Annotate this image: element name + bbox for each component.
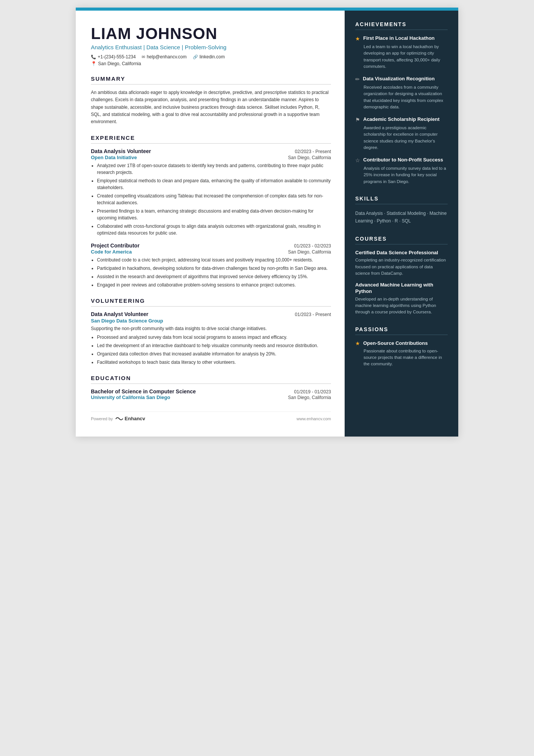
contact-row: 📞 +1-(234)-555-1234 ✉ help@enhancv.com 🔗…	[91, 54, 331, 59]
volunteer-item-1: Data Analyst Volunteer 01/2023 - Present…	[91, 311, 331, 366]
edu-school-1: University of California San Diego	[91, 394, 170, 400]
passions-title: PASSIONS	[355, 326, 448, 335]
location-pin-icon: 📍	[91, 61, 97, 66]
linkedin-contact: 🔗 linkedin.com	[193, 54, 225, 59]
summary-text: An ambitious data aficionado eager to ap…	[91, 89, 331, 125]
course-title-2: Advanced Machine Learning with Python	[355, 282, 448, 295]
education-section: EDUCATION Bachelor of Science in Compute…	[91, 375, 331, 400]
volunteer-desc-1: Supporting the non-profit community with…	[91, 325, 331, 332]
volunteering-section: VOLUNTEERING Data Analyst Volunteer 01/2…	[91, 297, 331, 366]
left-column: LIAM JOHNSON Analytics Enthusiast | Data…	[76, 8, 345, 437]
location-row: 📍 San Diego, California	[91, 61, 331, 66]
edu-location-1: San Diego, California	[288, 395, 331, 400]
footer-left: Powered by Enhancv	[91, 416, 145, 421]
email-value: help@enhancv.com	[147, 54, 186, 59]
exp-header-1: Data Analysis Volunteer 02/2023 - Presen…	[91, 148, 331, 154]
location-value: San Diego, California	[98, 61, 141, 66]
skills-text: Data Analysis · Statistical Modeling · M…	[355, 210, 448, 225]
passion-item-1: ★ Open-Source Contributions Passionate a…	[355, 340, 448, 368]
resume-footer: Powered by Enhancv www.enhancv.com	[91, 412, 331, 421]
achievement-header-2: ✏ Data Visualization Recognition	[355, 76, 448, 83]
email-contact: ✉ help@enhancv.com	[142, 54, 186, 59]
volunteer-role-1: Data Analyst Volunteer	[91, 311, 148, 317]
course-item-1: Certified Data Science Professional Comp…	[355, 250, 448, 277]
skills-section: SKILLS Data Analysis · Statistical Model…	[355, 196, 448, 225]
email-icon: ✉	[142, 55, 145, 59]
edu-location-row-1: University of California San Diego San D…	[91, 394, 331, 400]
phone-icon: 📞	[91, 55, 96, 59]
powered-by-label: Powered by	[91, 416, 113, 421]
achievement-desc-2: Received accolades from a community orga…	[364, 84, 448, 110]
achievement-icon-3: ⚑	[355, 117, 360, 123]
bullet-item: Led the development of an interactive da…	[97, 342, 331, 349]
edu-degree-1: Bachelor of Science in Computer Science	[91, 388, 196, 394]
course-title-1: Certified Data Science Professional	[355, 250, 448, 256]
exp-location-1: San Diego, California	[288, 155, 331, 160]
achievement-icon-2: ✏	[355, 76, 360, 83]
linkedin-value: linkedin.com	[200, 54, 225, 59]
bullet-item: Facilitated workshops to teach basic dat…	[97, 359, 331, 366]
achievements-title: ACHIEVEMENTS	[355, 21, 448, 30]
skills-title: SKILLS	[355, 196, 448, 204]
volunteer-header-1: Data Analyst Volunteer 01/2023 - Present	[91, 311, 331, 317]
education-item-1: Bachelor of Science in Computer Science …	[91, 388, 331, 400]
resume-container: LIAM JOHNSON Analytics Enthusiast | Data…	[76, 8, 458, 437]
experience-section: EXPERIENCE Data Analysis Volunteer 02/20…	[91, 135, 331, 288]
achievement-header-3: ⚑ Academic Scholarship Recipient	[355, 116, 448, 123]
right-accent-bar	[345, 8, 458, 11]
right-column: ACHIEVEMENTS ★ First Place in Local Hack…	[345, 8, 458, 437]
bullet-item: Engaged in peer reviews and collaborativ…	[97, 282, 331, 288]
brand-logo: Enhancv	[115, 416, 145, 421]
exp-location-row-2: Code for America San Diego, California	[91, 249, 331, 255]
achievement-icon-4: ☆	[355, 157, 360, 164]
exp-header-2: Project Contributor 01/2023 - 02/2023	[91, 243, 331, 249]
header-section: LIAM JOHNSON Analytics Enthusiast | Data…	[91, 25, 331, 66]
bullet-item: Organized data collection drives that in…	[97, 351, 331, 357]
volunteering-title: VOLUNTEERING	[91, 297, 331, 307]
bullet-item: Presented findings to a team, enhancing …	[97, 208, 331, 221]
volunteer-date-1: 01/2023 - Present	[295, 312, 331, 317]
course-desc-2: Developed an in-depth understanding of m…	[355, 296, 448, 316]
volunteer-org-1: San Diego Data Science Group	[91, 318, 163, 324]
achievement-desc-1: Led a team to win a local hackathon by d…	[364, 44, 448, 70]
linkedin-icon: 🔗	[193, 55, 198, 59]
exp-title-1: Data Analysis Volunteer	[91, 148, 151, 154]
bullet-item: Participated in hackathons, developing s…	[97, 265, 331, 272]
bullet-item: Employed statistical methods to clean an…	[97, 177, 331, 191]
exp-date-2: 01/2023 - 02/2023	[294, 243, 331, 249]
achievement-item-4: ☆ Contributor to Non-Profit Success Anal…	[355, 157, 448, 185]
top-accent-bar	[76, 8, 345, 11]
achievement-item-3: ⚑ Academic Scholarship Recipient Awarded…	[355, 116, 448, 151]
summary-section: SUMMARY An ambitious data aficionado eag…	[91, 75, 331, 125]
volunteer-bullets-1: Processed and analyzed survey data from …	[91, 334, 331, 366]
achievement-title-4: Contributor to Non-Profit Success	[363, 157, 443, 163]
passion-title-1: Open-Source Contributions	[363, 340, 428, 346]
achievement-item-2: ✏ Data Visualization Recognition Receive…	[355, 76, 448, 110]
achievements-section: ACHIEVEMENTS ★ First Place in Local Hack…	[355, 21, 448, 185]
passions-section: PASSIONS ★ Open-Source Contributions Pas…	[355, 326, 448, 368]
achievement-title-3: Academic Scholarship Recipient	[363, 116, 440, 123]
achievement-header-4: ☆ Contributor to Non-Profit Success	[355, 157, 448, 164]
summary-title: SUMMARY	[91, 75, 331, 85]
phone-value: +1-(234)-555-1234	[98, 54, 136, 59]
phone-contact: 📞 +1-(234)-555-1234	[91, 54, 136, 59]
exp-company-1: Open Data Initiative	[91, 155, 137, 160]
exp-bullets-1: Analyzed over 1TB of open-source dataset…	[91, 162, 331, 236]
bullet-item: Collaborated with cross-functional group…	[97, 223, 331, 236]
edu-date-1: 01/2019 - 01/2023	[294, 389, 331, 394]
header-tagline: Analytics Enthusiast | Data Science | Pr…	[91, 44, 331, 50]
exp-bullets-2: Contributed code to a civic tech project…	[91, 257, 331, 288]
exp-title-2: Project Contributor	[91, 243, 139, 249]
exp-date-1: 02/2023 - Present	[295, 149, 331, 154]
passion-header-1: ★ Open-Source Contributions	[355, 340, 448, 347]
achievement-desc-3: Awarded a prestigious academic scholarsh…	[364, 125, 448, 151]
bullet-item: Created compelling visualizations using …	[97, 193, 331, 206]
footer-website: www.enhancv.com	[297, 416, 331, 421]
achievement-icon-1: ★	[355, 36, 360, 42]
exp-company-2: Code for America	[91, 249, 132, 255]
passion-icon-1: ★	[355, 340, 360, 347]
courses-section: COURSES Certified Data Science Professio…	[355, 236, 448, 316]
candidate-name: LIAM JOHNSON	[91, 25, 331, 42]
achievement-desc-4: Analysis of community survey data led to…	[364, 165, 448, 185]
experience-title: EXPERIENCE	[91, 135, 331, 144]
